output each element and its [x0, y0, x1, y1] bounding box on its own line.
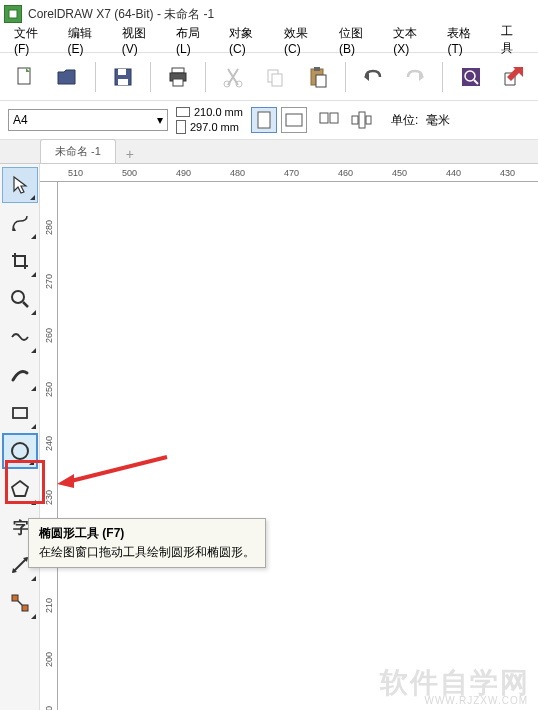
svg-rect-4: [118, 69, 126, 75]
menu-text[interactable]: 文本(X): [387, 23, 437, 58]
svg-rect-41: [12, 595, 18, 601]
drawing-canvas[interactable]: [58, 182, 538, 710]
unit-label: 单位:: [391, 112, 418, 129]
svg-rect-26: [330, 113, 338, 123]
svg-rect-24: [286, 114, 302, 126]
shape-tool[interactable]: [2, 205, 38, 241]
page-height[interactable]: 297.0 mm: [190, 121, 239, 133]
menu-effects[interactable]: 效果(C): [278, 23, 329, 58]
menu-edit[interactable]: 编辑(E): [62, 23, 112, 58]
print-button[interactable]: [161, 59, 195, 95]
launch-button[interactable]: [496, 59, 530, 95]
svg-line-33: [23, 302, 28, 307]
svg-rect-8: [173, 79, 183, 86]
ruler-vertical[interactable]: 280 270 260 250 240 230 220 210 200 190: [40, 182, 58, 710]
pick-tool[interactable]: [2, 167, 38, 203]
canvas-area: 510 500 490 480 470 460 450 440 430 280 …: [40, 164, 538, 710]
svg-rect-6: [172, 68, 184, 73]
search-button[interactable]: [453, 59, 487, 95]
paper-size-select[interactable]: A4 ▾: [8, 109, 168, 131]
tooltip: 椭圆形工具 (F7) 在绘图窗口拖动工具绘制圆形和椭圆形。: [28, 518, 266, 568]
menu-view[interactable]: 视图(V): [116, 23, 166, 58]
watermark-url: WWW.RJZXW.COM: [424, 695, 528, 706]
toolbox: 字: [0, 164, 40, 710]
add-tab-button[interactable]: +: [120, 145, 140, 163]
width-icon: [176, 107, 190, 117]
page-dimensions: 210.0 mm 297.0 mm: [176, 106, 243, 134]
freehand-tool[interactable]: [2, 319, 38, 355]
svg-rect-14: [314, 67, 320, 71]
ruler-horizontal[interactable]: 510 500 490 480 470 460 450 440 430: [40, 164, 538, 182]
tooltip-title: 椭圆形工具 (F7): [39, 525, 255, 542]
standard-toolbar: [0, 52, 538, 100]
svg-point-35: [12, 443, 28, 459]
copy-button[interactable]: [258, 59, 292, 95]
menu-object[interactable]: 对象(C): [223, 23, 274, 58]
connector-tool[interactable]: [2, 585, 38, 621]
tooltip-description: 在绘图窗口拖动工具绘制圆形和椭圆形。: [39, 544, 255, 561]
cut-button[interactable]: [216, 59, 250, 95]
annotation-arrow: [52, 452, 172, 492]
rectangle-tool[interactable]: [2, 395, 38, 431]
property-toolbar: A4 ▾ 210.0 mm 297.0 mm 单位: 毫米: [0, 100, 538, 140]
menu-table[interactable]: 表格(T): [441, 23, 491, 58]
svg-marker-49: [57, 474, 74, 488]
svg-point-32: [12, 291, 24, 303]
svg-rect-12: [272, 74, 282, 86]
crop-tool[interactable]: [2, 243, 38, 279]
svg-line-43: [18, 601, 22, 605]
doc-tab-1[interactable]: 未命名 -1: [40, 139, 116, 163]
landscape-button[interactable]: [281, 107, 307, 133]
svg-rect-0: [9, 10, 17, 18]
svg-marker-36: [12, 481, 28, 496]
polygon-tool[interactable]: [2, 471, 38, 507]
app-title: CorelDRAW X7 (64-Bit) - 未命名 -1: [28, 6, 214, 23]
svg-rect-25: [320, 113, 328, 123]
zoom-tool[interactable]: [2, 281, 38, 317]
svg-text:字: 字: [13, 518, 29, 536]
portrait-button[interactable]: [251, 107, 277, 133]
unit-value[interactable]: 毫米: [426, 112, 450, 129]
document-tabs: 未命名 -1 +: [0, 140, 538, 164]
svg-marker-30: [14, 177, 26, 193]
svg-rect-5: [118, 79, 128, 85]
undo-button[interactable]: [356, 59, 390, 95]
open-button[interactable]: [50, 59, 84, 95]
save-button[interactable]: [106, 59, 140, 95]
redo-button[interactable]: [398, 59, 432, 95]
menubar: 文件(F) 编辑(E) 视图(V) 布局(L) 对象(C) 效果(C) 位图(B…: [0, 28, 538, 52]
app-icon: [4, 5, 22, 23]
svg-rect-28: [359, 112, 365, 128]
svg-line-38: [13, 558, 27, 572]
svg-rect-23: [258, 112, 270, 128]
height-icon: [176, 120, 186, 134]
svg-line-48: [67, 457, 167, 482]
page-width[interactable]: 210.0 mm: [194, 106, 243, 118]
artistic-media-tool[interactable]: [2, 357, 38, 393]
paste-button[interactable]: [301, 59, 335, 95]
layout-all-pages-button[interactable]: [315, 107, 343, 133]
menu-tools[interactable]: 工具: [495, 21, 530, 59]
menu-layout[interactable]: 布局(L): [170, 23, 219, 58]
chevron-down-icon: ▾: [157, 113, 163, 127]
svg-rect-42: [22, 605, 28, 611]
svg-rect-27: [352, 116, 358, 124]
ellipse-tool[interactable]: [2, 433, 38, 469]
menu-file[interactable]: 文件(F): [8, 23, 58, 58]
menu-bitmap[interactable]: 位图(B): [333, 23, 383, 58]
svg-rect-15: [316, 75, 326, 87]
new-button[interactable]: [8, 59, 42, 95]
layout-current-page-button[interactable]: [347, 107, 375, 133]
svg-rect-34: [13, 408, 27, 418]
svg-rect-29: [366, 116, 371, 124]
